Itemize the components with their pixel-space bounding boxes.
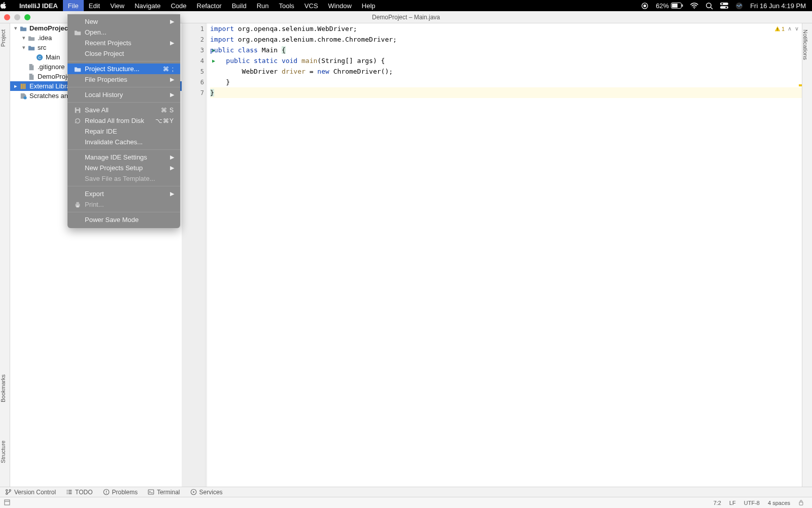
bottom-tab-label: Services bbox=[199, 489, 223, 496]
left-tool-strip: Project Bookmarks Structure bbox=[0, 23, 10, 487]
status-encoding[interactable]: UTF-8 bbox=[740, 500, 764, 506]
spotlight-icon[interactable] bbox=[702, 2, 717, 10]
tree-disclosure-icon[interactable]: ▾ bbox=[20, 35, 27, 41]
bottom-tab-label: Problems bbox=[112, 489, 138, 496]
bottom-tab-services[interactable]: Services bbox=[185, 489, 228, 496]
menu-item-local-history[interactable]: Local History▶ bbox=[67, 89, 180, 100]
menu-item-reload-all-from-disk[interactable]: Reload All from Disk⌥⌘Y bbox=[67, 115, 180, 126]
menu-item-new[interactable]: New▶ bbox=[67, 16, 180, 27]
menu-item-manage-ide-settings[interactable]: Manage IDE Settings▶ bbox=[67, 152, 180, 163]
code-editor[interactable]: 123▶4▶567 import org.openqa.selenium.Web… bbox=[207, 23, 802, 487]
code-line[interactable]: import org.openqa.selenium.WebDriver; bbox=[210, 23, 802, 34]
traffic-lights bbox=[4, 14, 30, 20]
menu-item-repair-ide[interactable]: Repair IDE bbox=[67, 126, 180, 137]
tree-disclosure-icon[interactable]: ▸ bbox=[12, 83, 19, 89]
submenu-arrow-icon: ▶ bbox=[170, 18, 174, 25]
status-square-icon[interactable] bbox=[4, 499, 10, 506]
svg-rect-29 bbox=[67, 490, 68, 491]
svg-rect-24 bbox=[76, 202, 79, 204]
menu-item-label: Repair IDE bbox=[85, 128, 117, 135]
status-lock-icon[interactable] bbox=[794, 499, 808, 506]
editor-code-area[interactable]: import org.openqa.selenium.WebDriver;imp… bbox=[207, 23, 802, 98]
menu-item-new-projects-setup[interactable]: New Projects Setup▶ bbox=[67, 163, 180, 173]
prev-highlight-icon[interactable]: ∧ bbox=[788, 25, 792, 32]
status-eol[interactable]: LF bbox=[725, 500, 740, 506]
app-name[interactable]: IntelliJ IDEA bbox=[14, 2, 63, 10]
bottom-tab-todo[interactable]: TODO bbox=[61, 489, 97, 496]
siri-icon[interactable] bbox=[732, 2, 747, 10]
bottom-tab-version-control[interactable]: Version Control bbox=[0, 489, 61, 496]
menu-item-recent-projects[interactable]: Recent Projects▶ bbox=[67, 38, 180, 48]
menu-item-label: Print... bbox=[85, 201, 104, 208]
editor-stripe-marker[interactable] bbox=[799, 84, 802, 86]
tool-tab-structure[interactable]: Structure bbox=[0, 437, 10, 466]
tool-tab-notifications[interactable]: Notifications bbox=[802, 26, 808, 63]
gutter-line[interactable]: 7 bbox=[181, 87, 207, 98]
zoom-window-button[interactable] bbox=[24, 14, 30, 20]
gutter-line[interactable]: 3▶ bbox=[181, 45, 207, 55]
open-icon bbox=[74, 29, 82, 36]
next-highlight-icon[interactable]: ∨ bbox=[795, 25, 799, 32]
wifi-icon[interactable] bbox=[687, 3, 702, 9]
gutter-line[interactable]: 4▶ bbox=[181, 55, 207, 66]
submenu-arrow-icon: ▶ bbox=[170, 91, 174, 98]
bottom-tab-terminal[interactable]: Terminal bbox=[143, 489, 185, 496]
menu-navigate[interactable]: Navigate bbox=[129, 0, 165, 11]
tree-item-label: Main bbox=[46, 53, 60, 61]
gutter-line[interactable]: 6 bbox=[181, 77, 207, 87]
menu-refactor[interactable]: Refactor bbox=[192, 0, 227, 11]
code-line[interactable]: } bbox=[210, 87, 802, 98]
code-line[interactable]: WebDriver driver = new ChromeDriver(); bbox=[210, 66, 802, 77]
status-indent[interactable]: 4 spaces bbox=[764, 500, 794, 506]
menubar-datetime[interactable]: Fri 16 Jun 4:19 PM bbox=[747, 2, 812, 10]
warning-badge[interactable]: 1 bbox=[774, 26, 785, 32]
menu-item-file-properties[interactable]: File Properties▶ bbox=[67, 74, 180, 85]
menu-build[interactable]: Build bbox=[227, 0, 252, 11]
apple-icon[interactable] bbox=[0, 2, 14, 9]
tree-disclosure-icon[interactable]: ▾ bbox=[20, 44, 27, 51]
menu-code[interactable]: Code bbox=[165, 0, 191, 11]
menu-item-save-all[interactable]: Save All⌘ S bbox=[67, 105, 180, 115]
menu-help[interactable]: Help bbox=[357, 0, 381, 11]
menu-file[interactable]: File bbox=[63, 0, 84, 11]
tree-disclosure-icon[interactable]: ▾ bbox=[12, 25, 19, 31]
close-window-button[interactable] bbox=[4, 14, 10, 20]
play-icon bbox=[190, 489, 197, 495]
menu-item-open[interactable]: Open... bbox=[67, 27, 180, 38]
gutter-line[interactable]: 5 bbox=[181, 66, 207, 77]
menu-shortcut: ⌥⌘Y bbox=[155, 117, 174, 124]
screenrecord-icon[interactable] bbox=[637, 2, 652, 10]
editor-inspections[interactable]: 1 ∧ ∨ bbox=[774, 25, 799, 32]
svg-rect-25 bbox=[76, 205, 79, 207]
menu-run[interactable]: Run bbox=[252, 0, 274, 11]
menu-item-power-save-mode[interactable]: Power Save Mode bbox=[67, 214, 180, 225]
submenu-arrow-icon: ▶ bbox=[170, 76, 174, 83]
battery-status[interactable]: 62% bbox=[652, 2, 687, 10]
menu-tools[interactable]: Tools bbox=[274, 0, 299, 11]
menu-edit[interactable]: Edit bbox=[84, 0, 105, 11]
code-line[interactable]: import org.openqa.selenium.chrome.Chrome… bbox=[210, 34, 802, 45]
tree-item-label: src bbox=[38, 44, 46, 51]
menu-item-export[interactable]: Export▶ bbox=[67, 188, 180, 199]
menu-item-invalidate-caches[interactable]: Invalidate Caches... bbox=[67, 137, 180, 147]
code-line[interactable]: public static void main(String[] args) { bbox=[210, 55, 802, 66]
svg-rect-16 bbox=[22, 83, 24, 89]
code-line[interactable]: } bbox=[210, 77, 802, 87]
menu-vcs[interactable]: VCS bbox=[299, 0, 323, 11]
code-line[interactable]: public class Main { bbox=[210, 45, 802, 55]
menu-item-close-project[interactable]: Close Project bbox=[67, 48, 180, 59]
file-icon bbox=[27, 73, 36, 81]
control-center-icon[interactable] bbox=[717, 3, 732, 9]
tool-tab-bookmarks[interactable]: Bookmarks bbox=[0, 371, 10, 405]
svg-point-6 bbox=[706, 3, 711, 7]
menu-item-label: Project Structure... bbox=[85, 65, 140, 73]
gutter-line[interactable]: 1 bbox=[181, 23, 207, 34]
gutter-line[interactable]: 2 bbox=[181, 34, 207, 45]
menu-view[interactable]: View bbox=[105, 0, 129, 11]
menu-item-project-structure[interactable]: Project Structure...⌘ ; bbox=[67, 64, 180, 74]
tool-tab-project[interactable]: Project bbox=[0, 26, 6, 50]
menu-window[interactable]: Window bbox=[323, 0, 357, 11]
minimize-window-button[interactable] bbox=[14, 14, 20, 20]
status-caret[interactable]: 7:2 bbox=[709, 500, 725, 506]
bottom-tab-problems[interactable]: Problems bbox=[98, 489, 143, 496]
